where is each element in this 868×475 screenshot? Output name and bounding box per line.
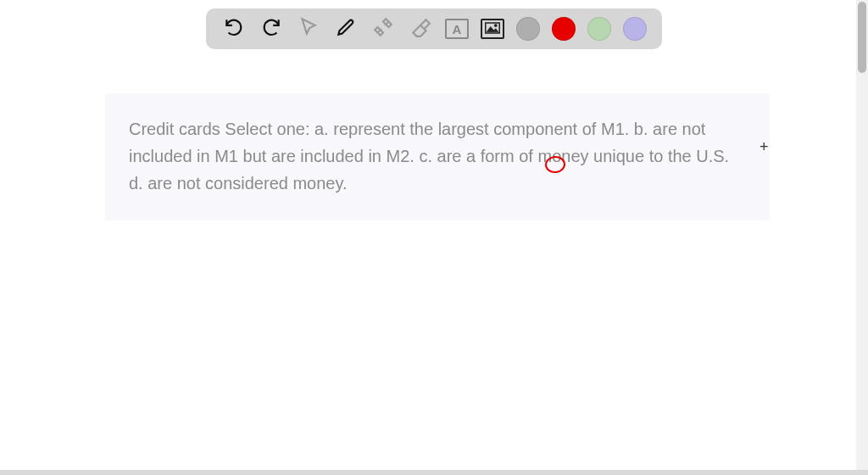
eraser-icon: [409, 16, 431, 42]
text-tool-button[interactable]: A: [445, 19, 469, 39]
image-icon: [485, 22, 500, 36]
redo-icon: [260, 16, 282, 42]
bottom-edge: [0, 470, 868, 475]
question-text: Credit cards Select one: a. represent th…: [129, 120, 729, 193]
pen-icon: [335, 16, 357, 42]
undo-button[interactable]: [221, 16, 247, 42]
crosshair-cursor: +: [760, 139, 769, 154]
pointer-tool-button[interactable]: [296, 16, 321, 42]
svg-marker-1: [487, 26, 498, 31]
tools-button[interactable]: [370, 16, 396, 42]
eraser-tool-button[interactable]: [408, 16, 433, 42]
toolbar: A: [206, 8, 662, 49]
undo-icon: [223, 16, 245, 42]
vertical-scrollbar-thumb[interactable]: [858, 2, 866, 73]
color-swatch-purple[interactable]: [623, 17, 647, 41]
svg-point-2: [494, 24, 497, 26]
whiteboard-viewport: A Credit cards Select one: a. represent …: [0, 0, 868, 475]
wrench-icon: [372, 16, 394, 42]
question-card: Credit cards Select one: a. represent th…: [105, 93, 770, 221]
vertical-scrollbar-track[interactable]: [856, 0, 868, 475]
text-tool-label: A: [453, 22, 462, 36]
color-swatch-green[interactable]: [587, 17, 611, 41]
pointer-icon: [298, 16, 320, 42]
color-swatch-red[interactable]: [552, 17, 576, 41]
redo-button[interactable]: [259, 16, 284, 42]
image-tool-button[interactable]: [481, 19, 504, 39]
plus-icon: +: [760, 138, 769, 155]
pen-tool-button[interactable]: [333, 16, 359, 42]
color-swatch-gray[interactable]: [516, 17, 540, 41]
